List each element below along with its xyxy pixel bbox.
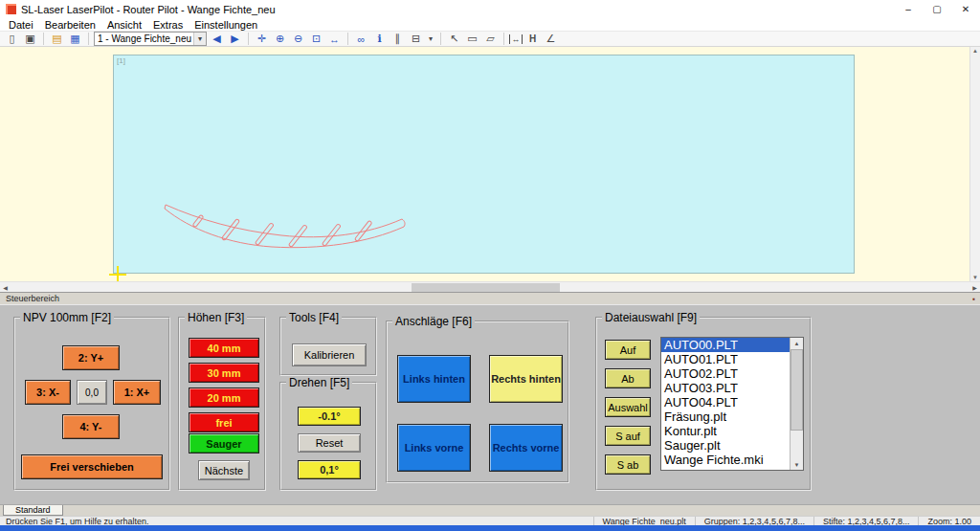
links-hinten-button[interactable]: Links hinten <box>397 355 471 403</box>
group-tools: Tools [F4] Kalibrieren <box>279 317 377 376</box>
npv-zero-button[interactable]: 0,0 <box>77 380 107 405</box>
chevron-down-icon[interactable]: ▾ <box>193 33 206 45</box>
height-30mm-button[interactable]: 30 mm <box>189 363 259 383</box>
group-hoehen: Höhen [F3] 40 mm 30 mm 20 mm frei Sauger… <box>178 317 266 491</box>
list-scroll-thumb[interactable] <box>791 349 803 431</box>
toolbar: ▯ ▣ ▤ ▦ 1 - Wange Fichte_neu ▾ ◀ ▶ ✛ ⊕ ⊖… <box>0 31 980 47</box>
group-tools-title: Tools [F4] <box>286 311 342 324</box>
file-list-scrollbar[interactable]: ▲ ▼ <box>790 338 803 470</box>
kalibrieren-button[interactable]: Kalibrieren <box>292 343 367 366</box>
canvas-hscrollbar[interactable]: ◀ ▶ <box>0 281 980 292</box>
pan-icon[interactable]: ✛ <box>254 32 270 46</box>
rotate-reset-button[interactable]: Reset <box>298 433 361 453</box>
free-move-button[interactable]: Frei verschieben <box>21 454 163 479</box>
measure-angle-icon[interactable]: ∠ <box>543 32 559 46</box>
links-vorne-button[interactable]: Links vorne <box>397 424 471 472</box>
measure-distance-icon[interactable]: ↔ <box>509 34 523 44</box>
measure-height-icon[interactable]: H <box>524 32 541 46</box>
status-file: Wange Fichte_neu.plt <box>593 517 695 525</box>
menu-datei[interactable]: Datei <box>3 19 39 31</box>
scroll-left-icon[interactable]: ◀ <box>0 282 11 293</box>
zoom-out-icon[interactable]: ⊖ <box>290 32 306 46</box>
npv-y-minus-button[interactable]: 4: Y- <box>62 414 120 439</box>
close-button[interactable]: ✕ <box>951 0 980 18</box>
menu-bearbeiten[interactable]: Bearbeiten <box>39 19 101 31</box>
zoom-window-icon[interactable]: ⊡ <box>308 32 324 46</box>
info-icon[interactable]: ℹ <box>371 32 388 46</box>
file-item[interactable]: AUTO03.PLT <box>661 381 790 395</box>
file-item[interactable]: AUTO02.PLT <box>661 366 790 381</box>
file-listbox[interactable]: AUTO00.PLT AUTO01.PLT AUTO02.PLT AUTO03.… <box>660 337 804 471</box>
rechts-vorne-button[interactable]: Rechts vorne <box>489 424 563 472</box>
select-rect-icon[interactable]: ▭ <box>464 32 480 46</box>
file-down-button[interactable]: Ab <box>605 368 651 388</box>
prev-drawing-icon[interactable]: ◀ <box>209 32 225 46</box>
new-file-icon[interactable]: ▯ <box>4 32 20 46</box>
toolbar-separator <box>503 33 504 45</box>
minimize-button[interactable]: – <box>894 0 923 18</box>
naechste-button[interactable]: Nächste <box>198 460 250 480</box>
scroll-up-icon[interactable]: ▲ <box>791 338 803 348</box>
file-up-button[interactable]: Auf <box>605 340 651 360</box>
rechts-hinten-button[interactable]: Rechts hinten <box>489 355 563 403</box>
file-s-down-button[interactable]: S ab <box>605 454 651 475</box>
part-outline-path <box>165 205 405 248</box>
open-folder-icon[interactable]: ▤ <box>49 32 65 46</box>
file-item[interactable]: Wange Fichte.mki <box>661 453 790 467</box>
pointer-icon[interactable]: ↖ <box>446 32 462 46</box>
file-item[interactable]: AUTO04.PLT <box>661 395 790 409</box>
select-region-icon[interactable]: ▱ <box>482 32 499 46</box>
copy-icon[interactable]: ▣ <box>22 32 38 46</box>
toolbar-separator <box>43 33 44 45</box>
hscroll-thumb[interactable] <box>412 283 560 292</box>
zoom-in-icon[interactable]: ⊕ <box>272 32 288 46</box>
rotate-minus-button[interactable]: -0.1° <box>298 407 361 426</box>
file-item[interactable]: AUTO00.PLT <box>661 338 790 352</box>
next-drawing-icon[interactable]: ▶ <box>227 32 243 46</box>
menu-extras[interactable]: Extras <box>147 19 189 31</box>
file-item[interactable]: Fräsung.plt <box>661 409 790 424</box>
npv-x-minus-button[interactable]: 3: X- <box>25 380 71 405</box>
laser-view-icon[interactable]: ∞ <box>353 32 369 46</box>
pause-icon[interactable]: ∥ <box>390 32 406 46</box>
npv-x-plus-button[interactable]: 1: X+ <box>113 380 161 405</box>
group-drehen: Drehen [F5] -0.1° Reset 0,1° <box>279 382 377 491</box>
tab-standard[interactable]: Standard <box>3 505 63 516</box>
print-dropdown-icon[interactable]: ▾ <box>426 32 435 46</box>
maximize-button[interactable]: ▢ <box>923 0 951 18</box>
scroll-up-icon[interactable]: ▲ <box>972 48 978 54</box>
sauger-button[interactable]: Sauger <box>189 433 259 454</box>
tab-bar: Standard <box>0 504 980 516</box>
file-item[interactable]: AUTO01.PLT <box>661 352 790 366</box>
menu-ansicht[interactable]: Ansicht <box>101 19 147 31</box>
zoom-fit-icon[interactable]: ↔ <box>326 32 343 46</box>
taskbar-strip <box>0 525 980 531</box>
rotate-plus-button[interactable]: 0,1° <box>298 460 361 479</box>
app-icon <box>6 4 16 14</box>
save-icon[interactable]: ▦ <box>67 32 83 46</box>
scroll-down-icon[interactable]: ▼ <box>791 459 803 470</box>
slot-path <box>322 224 341 247</box>
steuerbereich-header: Steuerbereich ▪ <box>0 292 980 304</box>
status-gruppen: Gruppen: 1,2,3,4,5,6,7,8... <box>695 517 813 525</box>
file-item[interactable]: Sauger.plt <box>661 438 790 453</box>
npv-y-plus-button[interactable]: 2: Y+ <box>62 345 120 370</box>
toolbar-separator <box>248 33 249 45</box>
menu-einstellungen[interactable]: Einstellungen <box>189 19 263 31</box>
scroll-down-icon[interactable]: ▼ <box>972 275 978 280</box>
drawing-canvas[interactable]: [1] ▲ ▼ <box>0 47 980 281</box>
file-s-up-button[interactable]: S auf <box>605 426 651 446</box>
drawing-select[interactable]: 1 - Wange Fichte_neu ▾ <box>94 32 207 46</box>
group-dateiauswahl: Dateiauswahl [F9] Auf Ab Auswahl S auf S… <box>595 317 812 491</box>
height-20mm-button[interactable]: 20 mm <box>189 387 259 408</box>
canvas-vscrollbar[interactable]: ▲ ▼ <box>969 47 980 281</box>
group-anschlaege-title: Anschläge [F6] <box>392 315 475 328</box>
scroll-right-icon[interactable]: ▶ <box>969 282 980 293</box>
print-icon[interactable]: ⊟ <box>408 32 424 46</box>
height-free-button[interactable]: frei <box>189 412 259 432</box>
file-item[interactable]: Kontur.plt <box>661 424 790 438</box>
pin-icon[interactable]: ▪ <box>972 295 975 303</box>
height-40mm-button[interactable]: 40 mm <box>189 338 259 358</box>
group-dateiauswahl-title: Dateiauswahl [F9] <box>602 311 700 324</box>
file-select-button[interactable]: Auswahl <box>605 397 651 417</box>
